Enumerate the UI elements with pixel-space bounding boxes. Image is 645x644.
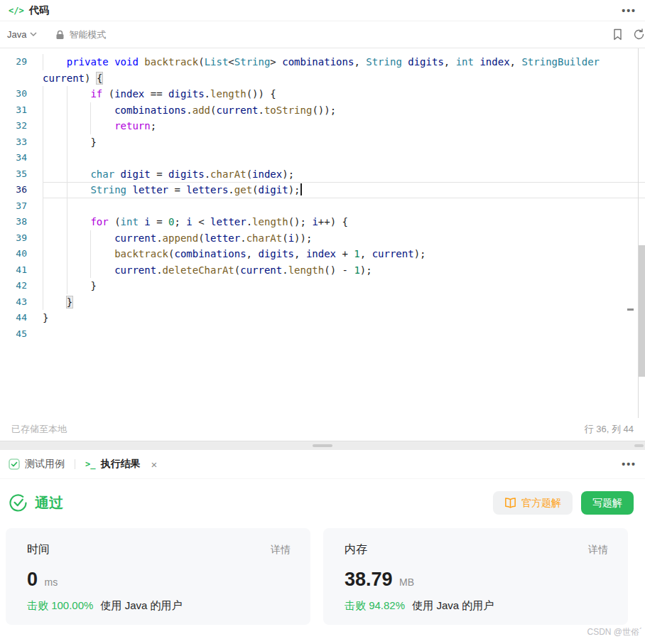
- line-number: 38: [0, 214, 27, 230]
- code-line-text: [43, 326, 645, 343]
- line-number: 35: [0, 166, 27, 183]
- indent-guide: [67, 182, 67, 198]
- code-line[interactable]: 37: [0, 198, 645, 215]
- code-line[interactable]: 41 current.deleteCharAt(current.length()…: [0, 262, 645, 279]
- runtime-card: 时间 详情 0 ms 击败 100.00% 使用 Java 的用户: [6, 528, 310, 625]
- official-solution-button[interactable]: 官方题解: [493, 491, 573, 515]
- memory-details-link[interactable]: 详情: [588, 544, 608, 557]
- indent-guide: [67, 166, 67, 183]
- code-line[interactable]: 32 return;: [0, 118, 645, 134]
- code-lines: 29 private void backtrack(List<String> c…: [0, 54, 645, 342]
- editor-toolbar: Java 智能模式: [0, 21, 645, 48]
- code-line[interactable]: 39 current.append(letter.charAt(i));: [0, 230, 645, 247]
- code-line[interactable]: 29 private void backtrack(List<String> c…: [0, 54, 645, 70]
- line-number: 36: [0, 182, 27, 198]
- code-line[interactable]: 38 for (int i = 0; i < letter.length(); …: [0, 214, 645, 230]
- overview-ruler-marker: [627, 308, 634, 311]
- bookmark-button[interactable]: [612, 28, 623, 41]
- code-line-text: [43, 150, 645, 166]
- runtime-title: 时间: [27, 542, 50, 557]
- page-title: 代码: [29, 4, 49, 17]
- runtime-unit: ms: [44, 576, 58, 588]
- status-badge: 通过: [35, 493, 63, 512]
- book-icon: [504, 498, 516, 508]
- code-line-text: backtrack(combinations, digits, index + …: [43, 246, 645, 262]
- code-line-text: current.deleteCharAt(current.length() - …: [43, 262, 645, 279]
- runtime-beat: 击败 100.00%: [27, 599, 93, 611]
- mode-indicator: 智能模式: [55, 28, 106, 41]
- indent-guide: [43, 262, 43, 279]
- code-line[interactable]: current) {: [0, 70, 645, 87]
- tab-run-result-label: 执行结果: [100, 458, 140, 471]
- language-label: Java: [7, 29, 26, 40]
- indent-guide: [43, 182, 43, 198]
- line-number: [0, 70, 27, 87]
- indent-guide: [43, 118, 43, 134]
- code-line[interactable]: 36 String letter = letters.get(digit);: [0, 182, 645, 198]
- close-icon[interactable]: ×: [151, 459, 157, 470]
- runtime-details-link[interactable]: 详情: [271, 544, 291, 557]
- code-line[interactable]: 34: [0, 150, 645, 166]
- reset-code-button[interactable]: [633, 28, 645, 41]
- code-line[interactable]: 30 if (index == digits.length()) {: [0, 86, 645, 102]
- indent-guide: [90, 102, 91, 119]
- code-line[interactable]: 45: [0, 326, 645, 343]
- indent-guide: [67, 230, 67, 247]
- runtime-beat-suffix: 使用 Java 的用户: [101, 599, 183, 611]
- indent-guide: [90, 246, 91, 262]
- checkbox-icon: [9, 458, 20, 470]
- indent-guide: [90, 230, 91, 247]
- indent-guide: [43, 54, 43, 70]
- indent-guide: [67, 278, 67, 294]
- console-more-icon[interactable]: •••: [622, 461, 636, 468]
- code-line[interactable]: 40 backtrack(combinations, digits, index…: [0, 246, 645, 262]
- line-number: 33: [0, 134, 27, 151]
- indent-guide: [67, 214, 67, 230]
- tab-separator: [75, 459, 75, 469]
- code-line[interactable]: 43 }: [0, 294, 645, 311]
- code-line[interactable]: 35 char digit = digits.charAt(index);: [0, 166, 645, 183]
- save-status: 已存储至本地: [11, 423, 67, 436]
- code-line-text: current.append(letter.charAt(i));: [43, 230, 645, 247]
- line-number: 31: [0, 102, 27, 119]
- code-line[interactable]: 33 }: [0, 134, 645, 151]
- text-cursor: [300, 183, 302, 195]
- tab-run-result[interactable]: >_ 执行结果 ×: [85, 458, 157, 471]
- indent-guide: [43, 230, 43, 247]
- cursor-position: 行 36, 列 44: [585, 423, 634, 436]
- code-line[interactable]: 44}: [0, 310, 645, 326]
- code-line[interactable]: 42 }: [0, 278, 645, 294]
- memory-beat-suffix: 使用 Java 的用户: [412, 599, 494, 611]
- indent-guide: [67, 150, 67, 166]
- code-line-text: current) {: [43, 70, 645, 87]
- watermark: CSDN @世俗´: [587, 626, 642, 638]
- panel-more-icon[interactable]: •••: [622, 7, 636, 14]
- indent-guide: [43, 198, 43, 215]
- indent-guide: [43, 214, 43, 230]
- terminal-icon: >_: [85, 459, 95, 469]
- memory-card: 内存 详情 38.79 MB 击败 94.82% 使用 Java 的用户: [323, 528, 628, 625]
- resize-handle[interactable]: [313, 444, 332, 447]
- check-circle-icon: [9, 493, 28, 512]
- line-number: 34: [0, 150, 27, 166]
- write-solution-button[interactable]: 写题解: [581, 491, 634, 515]
- indent-guide: [43, 166, 43, 183]
- line-number: 41: [0, 262, 27, 279]
- memory-title: 内存: [345, 542, 367, 557]
- line-number: 29: [0, 54, 27, 70]
- resize-handle-right[interactable]: [634, 444, 644, 447]
- indent-guide: [67, 134, 67, 151]
- panel-header: </> 代码 •••: [0, 0, 645, 21]
- line-number: 43: [0, 294, 27, 311]
- scrollbar-thumb[interactable]: [639, 245, 645, 377]
- code-line-text: }: [43, 278, 645, 294]
- code-line-text: }: [43, 294, 645, 311]
- code-editor[interactable]: 29 private void backtrack(List<String> c…: [0, 48, 645, 418]
- language-select[interactable]: Java: [7, 29, 37, 40]
- code-line[interactable]: 31 combinations.add(current.toString());: [0, 102, 645, 119]
- tab-testcases-label: 测试用例: [25, 458, 65, 471]
- console-tabs: 测试用例 >_ 执行结果 × •••: [0, 450, 645, 479]
- code-line-text: String letter = letters.get(digit);: [43, 182, 645, 198]
- indent-guide: [67, 246, 67, 262]
- tab-testcases[interactable]: 测试用例: [9, 458, 65, 471]
